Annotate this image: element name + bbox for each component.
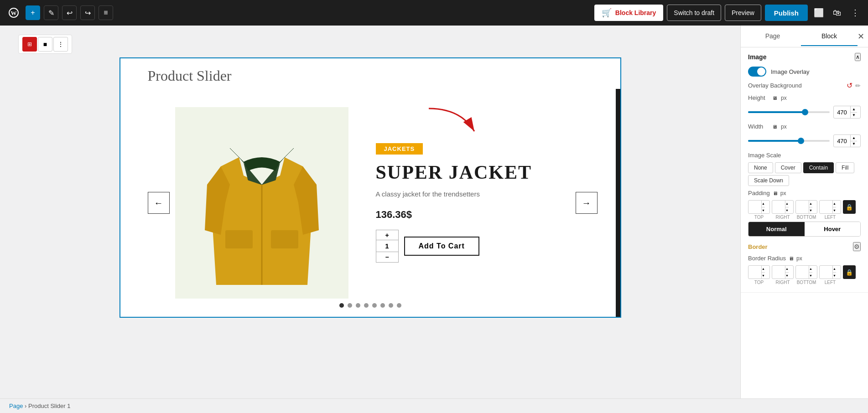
height-down-arrow[interactable]: ▼	[851, 113, 857, 119]
height-up-arrow[interactable]: ▲	[851, 106, 857, 113]
cart-button[interactable]: 🛍	[830, 5, 844, 20]
state-hover-button[interactable]: Hover	[805, 222, 861, 236]
scale-fill-button[interactable]: Fill	[836, 162, 854, 173]
dot-3[interactable]	[356, 303, 360, 308]
padding-left-label: LEFT	[825, 215, 836, 220]
edit-pencil-icon[interactable]: ✏	[855, 82, 861, 89]
block-square-button[interactable]: ■	[38, 37, 52, 52]
padding-bottom-down[interactable]: ▼	[809, 207, 812, 214]
slider-prev-button[interactable]: ←	[148, 192, 170, 214]
block-library-button[interactable]: 🛒 Block Library	[594, 5, 663, 21]
padding-right-up[interactable]: ▲	[785, 201, 789, 207]
image-overlay-toggle[interactable]	[748, 67, 766, 77]
width-down-arrow[interactable]: ▼	[851, 141, 857, 147]
redo-button[interactable]: ↪	[80, 5, 95, 20]
layout-toggle-button[interactable]: ⬜	[811, 5, 826, 20]
padding-bottom-input[interactable]: ▲ ▼	[795, 200, 817, 214]
scale-contain-button[interactable]: Contain	[803, 162, 834, 173]
br-left-input[interactable]: ▲ ▼	[819, 265, 841, 279]
br-bottom-down[interactable]: ▼	[809, 273, 812, 279]
br-right-field[interactable]	[772, 269, 785, 275]
dots-icon: ⋮	[57, 41, 64, 48]
width-input[interactable]	[834, 138, 850, 145]
padding-top-field[interactable]	[748, 204, 761, 210]
state-tabs: Normal Hover	[748, 222, 861, 237]
tab-page[interactable]: Page	[744, 27, 801, 46]
publish-button[interactable]: Publish	[765, 5, 808, 21]
border-settings-button[interactable]: ⚙	[853, 242, 861, 251]
panel-close-button[interactable]: ✕	[858, 31, 864, 41]
breadcrumb-page-link[interactable]: Page	[9, 403, 23, 409]
padding-lock-button[interactable]: 🔒	[843, 200, 856, 214]
padding-top-up[interactable]: ▲	[762, 201, 765, 207]
padding-right-input[interactable]: ▲ ▼	[772, 200, 794, 214]
add-to-cart-button[interactable]: Add To Cart	[404, 237, 479, 256]
br-left-up[interactable]: ▲	[833, 266, 836, 273]
width-slider[interactable]	[748, 140, 830, 142]
br-lock-button[interactable]: 🔒	[843, 265, 856, 279]
br-top-field[interactable]	[748, 269, 761, 275]
br-top-down[interactable]: ▼	[762, 273, 765, 279]
width-number-input[interactable]: ▲ ▼	[833, 134, 861, 147]
block-library-label: Block Library	[615, 9, 656, 16]
switch-to-draft-button[interactable]: Switch to draft	[667, 5, 721, 21]
br-right-input[interactable]: ▲ ▼	[772, 265, 794, 279]
br-left-down[interactable]: ▼	[833, 273, 836, 279]
br-right-down[interactable]: ▼	[785, 273, 789, 279]
padding-left-down[interactable]: ▼	[833, 207, 836, 214]
br-bottom-field[interactable]	[796, 269, 809, 275]
list-view-button[interactable]: ≡	[99, 5, 113, 20]
padding-left-input[interactable]: ▲ ▼	[819, 200, 841, 214]
br-left-field[interactable]	[820, 269, 832, 275]
dot-5[interactable]	[372, 303, 377, 308]
border-label-row: Border ⚙	[748, 242, 861, 251]
dot-7[interactable]	[389, 303, 393, 308]
height-input[interactable]	[834, 109, 850, 116]
padding-left-up[interactable]: ▲	[833, 201, 836, 207]
padding-right-field[interactable]	[772, 204, 785, 210]
height-slider[interactable]	[748, 111, 830, 113]
editor-content: Product Slider ←	[120, 57, 621, 318]
height-number-input[interactable]: ▲ ▼	[833, 106, 861, 119]
tab-block[interactable]: Block	[801, 27, 858, 46]
br-right-up[interactable]: ▲	[785, 266, 789, 273]
dot-1[interactable]	[339, 303, 344, 308]
overlay-bg-actions: ↺ ✏	[847, 81, 861, 90]
padding-bottom-field[interactable]	[796, 204, 809, 210]
br-bottom-input[interactable]: ▲ ▼	[795, 265, 817, 279]
undo-button[interactable]: ↩	[62, 5, 77, 20]
padding-bottom-up[interactable]: ▲	[809, 201, 812, 207]
quantity-up-button[interactable]: +	[376, 230, 398, 240]
scale-none-button[interactable]: None	[748, 162, 773, 173]
dot-8[interactable]	[397, 303, 401, 308]
scale-down-button[interactable]: Scale Down	[748, 175, 789, 186]
quantity-down-button[interactable]: −	[376, 252, 398, 262]
add-block-button[interactable]: +	[26, 5, 40, 20]
br-top-input[interactable]: ▲ ▼	[748, 265, 770, 279]
br-top-up[interactable]: ▲	[762, 266, 765, 273]
state-normal-button[interactable]: Normal	[748, 222, 805, 236]
preview-button[interactable]: Preview	[725, 5, 761, 21]
refresh-icon[interactable]: ↺	[847, 81, 852, 90]
redo-icon: ↪	[85, 9, 91, 17]
br-bottom-up[interactable]: ▲	[809, 266, 812, 273]
collapse-button[interactable]: ∧	[855, 53, 861, 61]
dot-2[interactable]	[348, 303, 352, 308]
dot-6[interactable]	[380, 303, 385, 308]
scale-cover-button[interactable]: Cover	[775, 162, 801, 173]
padding-top-down[interactable]: ▼	[762, 207, 765, 214]
padding-top-wrap: ▲ ▼ TOP	[748, 200, 770, 220]
wp-logo[interactable]: W	[5, 5, 22, 21]
br-left-wrap: ▲ ▼ LEFT	[819, 265, 841, 285]
block-more-button[interactable]: ⋮	[53, 37, 68, 52]
more-options-button[interactable]: ⋮	[848, 5, 863, 20]
slider-next-button[interactable]: →	[576, 192, 598, 214]
padding-top-input[interactable]: ▲ ▼	[748, 200, 770, 214]
list-icon: ≡	[104, 9, 108, 17]
tools-button[interactable]: ✎	[44, 5, 58, 20]
dot-4[interactable]	[364, 303, 369, 308]
padding-right-down[interactable]: ▼	[785, 207, 789, 214]
padding-left-field[interactable]	[820, 204, 832, 210]
block-icon-button[interactable]: ⊞	[22, 37, 37, 52]
width-up-arrow[interactable]: ▲	[851, 135, 857, 141]
